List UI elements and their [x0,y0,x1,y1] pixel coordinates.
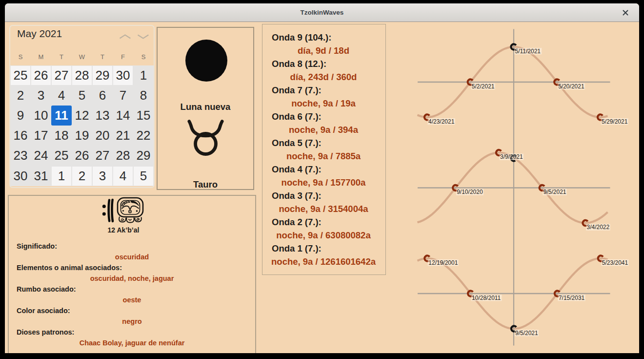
svg-text:5/20/2021: 5/20/2021 [558,83,584,90]
svg-text:5/11/2021: 5/11/2021 [515,48,541,55]
svg-text:7/15/2031: 7/15/2031 [559,295,585,301]
svg-text:9/5/2021: 9/5/2021 [543,189,566,195]
svg-text:5/23/2041: 5/23/2041 [602,259,628,266]
svg-text:5/2/2021: 5/2/2021 [472,83,495,90]
svg-text:10/28/2011: 10/28/2011 [472,295,501,301]
svg-text:9/10/2020: 9/10/2020 [457,189,483,195]
svg-text:9/5/2021: 9/5/2021 [515,330,538,337]
svg-text:3/4/2022: 3/4/2022 [587,224,610,231]
svg-text:5/29/2021: 5/29/2021 [602,118,628,125]
svg-text:3/9/2021: 3/9/2021 [500,153,523,160]
svg-text:4/23/2021: 4/23/2021 [428,118,455,125]
svg-text:12/19/2001: 12/19/2001 [428,259,458,266]
